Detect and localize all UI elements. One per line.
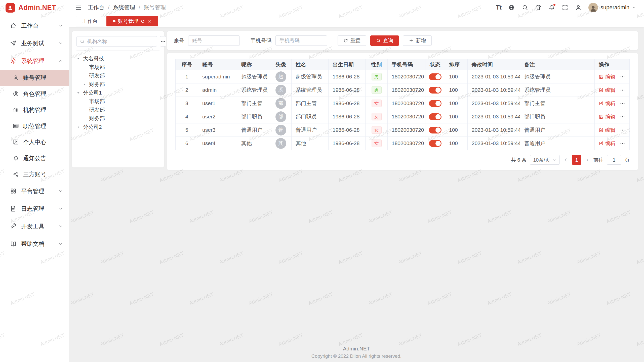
sidebar-item-platform[interactable]: 平台管理 <box>0 182 69 200</box>
language-globe-icon[interactable] <box>508 4 515 11</box>
search-button[interactable]: 查询 <box>370 35 399 46</box>
cell-remark: 部门职员 <box>520 110 595 123</box>
edit-button[interactable]: 编辑 <box>599 87 615 94</box>
org-search-input[interactable] <box>87 38 154 44</box>
sidebar-item-role[interactable]: 角色管理 <box>0 86 69 102</box>
collapse-menu-icon[interactable] <box>75 4 82 11</box>
sidebar-item-biz-test[interactable]: 业务测试 <box>0 34 69 52</box>
more-actions-icon[interactable] <box>620 127 625 133</box>
status-toggle[interactable] <box>429 73 441 80</box>
add-button[interactable]: 新增 <box>403 35 432 46</box>
more-actions-icon[interactable] <box>620 114 625 119</box>
column-header-modified_time: 修改时间 <box>468 59 520 70</box>
tab-close-icon[interactable] <box>147 19 152 23</box>
more-actions-icon[interactable] <box>620 101 625 106</box>
status-toggle[interactable] <box>429 140 441 147</box>
cell-sort: 100 <box>445 123 468 137</box>
edit-button[interactable]: 编辑 <box>599 113 615 120</box>
sidebar-item-position[interactable]: 职位管理 <box>0 118 69 134</box>
more-actions-icon[interactable] <box>620 74 625 79</box>
reset-button[interactable]: 重置 <box>338 35 366 46</box>
sidebar-item-logs[interactable]: 日志管理 <box>0 200 69 217</box>
tree-node[interactable]: 研发部 <box>76 71 159 80</box>
tree-caret-icon[interactable] <box>83 82 89 86</box>
cell-name: 普通用户 <box>292 123 329 137</box>
page-size-select[interactable]: 10条/页 <box>530 155 560 165</box>
cell-status <box>425 83 445 97</box>
next-page-button[interactable] <box>585 157 590 163</box>
tree-node[interactable]: 大名科技 <box>76 54 159 63</box>
tree-node[interactable]: 财务部 <box>76 80 159 88</box>
tree-node[interactable]: 市场部 <box>76 63 159 71</box>
tree-node[interactable]: 市场部 <box>76 97 159 106</box>
phone-input[interactable] <box>275 35 327 46</box>
tree-caret-icon[interactable] <box>76 91 83 95</box>
sidebar-item-org[interactable]: 机构管理 <box>0 102 69 118</box>
tree-node-label: 大名科技 <box>83 55 104 62</box>
goto-page-input[interactable] <box>607 155 621 165</box>
tree-node[interactable]: 分公司1 <box>76 88 159 97</box>
cell-name: 系统管理员 <box>292 83 329 97</box>
sidebar-item-workbench[interactable]: 工作台 <box>0 17 69 34</box>
status-toggle[interactable] <box>429 100 441 107</box>
edit-button[interactable]: 编辑 <box>599 140 615 147</box>
tab-refresh-icon[interactable] <box>141 19 145 23</box>
tree-node[interactable]: 分公司2 <box>76 123 159 131</box>
cell-remark: 系统管理员 <box>520 83 595 97</box>
account-input[interactable] <box>188 35 240 46</box>
tree-node[interactable]: 研发部 <box>76 106 159 114</box>
sidebar-item-profile[interactable]: 个人中心 <box>0 134 69 150</box>
profile-icon[interactable] <box>575 4 582 11</box>
sidebar-item-devtools[interactable]: 开发工具 <box>0 217 69 235</box>
cell-nickname: 普通用户 <box>237 123 270 137</box>
notification-bell-icon[interactable] <box>548 4 555 11</box>
breadcrumb-item[interactable]: 系统管理 <box>113 4 135 11</box>
sidebar-item-notice[interactable]: 通知公告 <box>0 150 69 166</box>
theme-icon[interactable] <box>535 4 542 11</box>
more-actions-icon[interactable] <box>620 141 625 146</box>
tab-1[interactable]: 账号管理 <box>106 16 158 26</box>
cell-index: 4 <box>176 110 198 123</box>
tree-node-label: 分公司1 <box>83 89 102 96</box>
edit-button-label: 编辑 <box>605 100 615 107</box>
tab-label: 工作台 <box>83 18 98 25</box>
edit-button-label: 编辑 <box>605 127 615 133</box>
sidebar-item-third-account[interactable]: 三方账号 <box>0 166 69 182</box>
fullscreen-icon[interactable] <box>562 4 568 11</box>
edit-button[interactable]: 编辑 <box>599 127 615 133</box>
cell-index: 3 <box>176 97 198 110</box>
tab-0[interactable]: 工作台 <box>76 16 104 26</box>
sidebar-submenu: 账号管理 角色管理 机构管理 职位管理 个人中心 通知公告 三方账号 <box>0 70 69 182</box>
status-toggle[interactable] <box>429 127 441 133</box>
breadcrumb-item[interactable]: 工作台 <box>88 4 104 11</box>
user-icon <box>13 74 19 81</box>
tree-caret-icon[interactable] <box>76 57 83 61</box>
more-actions-icon[interactable] <box>620 87 625 93</box>
tree-node-label: 研发部 <box>89 106 105 113</box>
tree-node-label: 市场部 <box>89 98 105 105</box>
search-icon[interactable] <box>522 4 528 11</box>
chevron-down-icon <box>58 41 63 46</box>
sidebar-item-help[interactable]: 帮助文档 <box>0 235 69 253</box>
tree-caret-icon[interactable] <box>76 125 83 129</box>
cell-name: 其他 <box>292 137 329 150</box>
refresh-icon <box>343 38 348 43</box>
org-more-button[interactable] <box>160 36 166 47</box>
cell-phone: 18020030720 <box>388 97 425 110</box>
status-toggle[interactable] <box>429 113 441 120</box>
edit-button[interactable]: 编辑 <box>599 100 615 107</box>
search-icon <box>80 39 85 44</box>
breadcrumb: 工作台/系统管理/账号管理 <box>88 4 166 11</box>
sidebar-item-account[interactable]: 账号管理 <box>0 70 69 86</box>
sidebar-item-system[interactable]: 系统管理 <box>0 52 69 70</box>
prev-page-button[interactable] <box>563 157 569 163</box>
page-1-button[interactable]: 1 <box>572 155 581 165</box>
breadcrumb-item[interactable]: 账号管理 <box>144 4 166 11</box>
font-size-icon[interactable]: Tt <box>496 5 502 11</box>
tree-node-label: 财务部 <box>89 115 105 122</box>
user-menu[interactable]: superadmin <box>588 3 636 12</box>
sidebar-item-label: 系统管理 <box>21 57 58 65</box>
edit-button[interactable]: 编辑 <box>599 73 615 80</box>
status-toggle[interactable] <box>429 87 441 94</box>
tree-node[interactable]: 财务部 <box>76 114 159 123</box>
